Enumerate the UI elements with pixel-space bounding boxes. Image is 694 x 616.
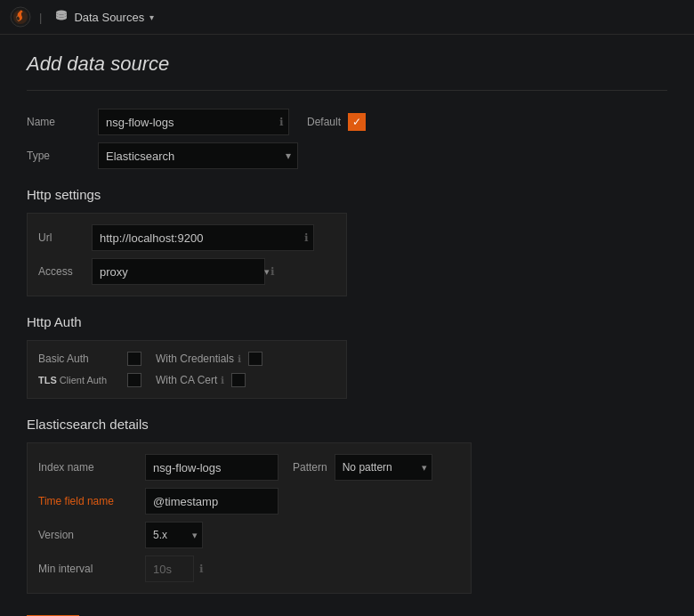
http-settings-table: Url ℹ Access proxy direct ▾ ℹ (27, 213, 347, 296)
version-row: Version 2.x 5.x 6.x (38, 518, 460, 552)
tls-client-auth-label: TLS Client Auth (38, 374, 127, 386)
url-row: Url ℹ (38, 221, 335, 255)
url-info-icon[interactable]: ℹ (304, 231, 309, 244)
elasticsearch-section: Elasticsearch details Index name Pattern… (27, 417, 667, 594)
tls-auth-row: TLS Client Auth With CA Cert ℹ (38, 369, 335, 391)
with-credentials-checkbox[interactable] (248, 352, 262, 366)
pattern-select-wrapper: No pattern Hourly Daily Weekly Monthly Y… (335, 454, 432, 481)
http-settings-section: Http settings Url ℹ Access proxy direct … (27, 187, 667, 296)
default-label: Default (307, 116, 341, 128)
index-name-label: Index name (38, 461, 145, 474)
access-select-wrapper: proxy direct ▾ ℹ (92, 258, 275, 285)
tls-text: TLS (38, 375, 57, 385)
basic-settings-section: Name ℹ Default ✓ Type Elasticsearch Grap… (27, 109, 667, 169)
grafana-logo[interactable] (7, 4, 34, 30)
min-interval-input[interactable] (145, 555, 194, 582)
pattern-select[interactable]: No pattern Hourly Daily Weekly Monthly Y… (335, 454, 432, 481)
version-select[interactable]: 2.x 5.x 6.x (145, 522, 203, 548)
elasticsearch-header: Elasticsearch details (27, 417, 667, 432)
version-label: Version (38, 529, 145, 541)
access-select[interactable]: proxy direct (92, 258, 265, 285)
with-ca-cert-label: With CA Cert (156, 374, 217, 386)
with-credentials-info-icon[interactable]: ℹ (238, 353, 241, 365)
name-label: Name (27, 116, 98, 128)
time-field-row: Time field name (38, 484, 460, 518)
page-title: Add data source (27, 53, 667, 76)
type-row: Type Elasticsearch Graphite InfluxDB Ope… (27, 142, 667, 169)
min-interval-label: Min interval (38, 563, 145, 575)
default-checkbox[interactable]: ✓ (348, 113, 366, 131)
type-select[interactable]: Elasticsearch Graphite InfluxDB OpenTSDB… (98, 142, 298, 169)
index-name-input[interactable] (145, 454, 278, 481)
url-input[interactable] (92, 224, 314, 251)
name-input-wrapper: ℹ (98, 109, 289, 135)
with-credentials-label: With Credentials (156, 353, 234, 365)
datasources-nav-button[interactable]: Data Sources ▾ (47, 5, 161, 29)
access-info-icon[interactable]: ℹ (270, 265, 275, 278)
name-row: Name ℹ Default ✓ (27, 109, 667, 135)
nav-divider: | (39, 11, 42, 24)
access-row: Access proxy direct ▾ ℹ (38, 255, 335, 288)
svg-point-2 (56, 10, 67, 14)
pattern-label: Pattern (293, 461, 327, 474)
elasticsearch-table: Index name Pattern No pattern Hourly Dai… (27, 442, 472, 594)
type-label: Type (27, 150, 98, 162)
type-select-wrapper: Elasticsearch Graphite InfluxDB OpenTSDB… (98, 142, 298, 169)
http-auth-section: Http Auth Basic Auth With Credentials ℹ … (27, 314, 667, 399)
basic-auth-label: Basic Auth (38, 353, 127, 365)
datasources-nav-caret: ▾ (149, 12, 154, 22)
basic-auth-row: Basic Auth With Credentials ℹ (38, 348, 335, 369)
navbar: | Data Sources ▾ (0, 0, 694, 35)
database-icon (54, 9, 69, 26)
tls-client-auth-checkbox[interactable] (127, 373, 141, 387)
client-auth-text: Client Auth (60, 375, 107, 385)
http-settings-header: Http settings (27, 187, 667, 202)
section-divider (27, 90, 667, 91)
name-input[interactable] (98, 109, 289, 135)
url-label: Url (38, 231, 92, 244)
default-row: Default ✓ (307, 113, 366, 131)
http-auth-header: Http Auth (27, 314, 667, 329)
min-interval-row: Min interval ℹ (38, 552, 460, 586)
basic-auth-checkbox[interactable] (127, 352, 141, 366)
auth-table: Basic Auth With Credentials ℹ TLS Client… (27, 340, 347, 399)
name-info-icon[interactable]: ℹ (279, 116, 284, 128)
datasources-nav-label: Data Sources (74, 11, 144, 24)
with-ca-cert-checkbox[interactable] (231, 373, 246, 387)
main-content: Add data source Name ℹ Default ✓ Type El… (0, 35, 694, 616)
min-interval-info-icon[interactable]: ℹ (199, 563, 204, 575)
access-label: Access (38, 265, 92, 278)
time-field-input[interactable] (145, 488, 278, 515)
index-name-row: Index name Pattern No pattern Hourly Dai… (38, 450, 460, 484)
version-select-wrapper: 2.x 5.x 6.x (145, 522, 203, 548)
time-field-label: Time field name (38, 495, 145, 507)
with-ca-cert-info-icon[interactable]: ℹ (221, 375, 224, 386)
url-input-wrapper: ℹ (92, 224, 314, 251)
